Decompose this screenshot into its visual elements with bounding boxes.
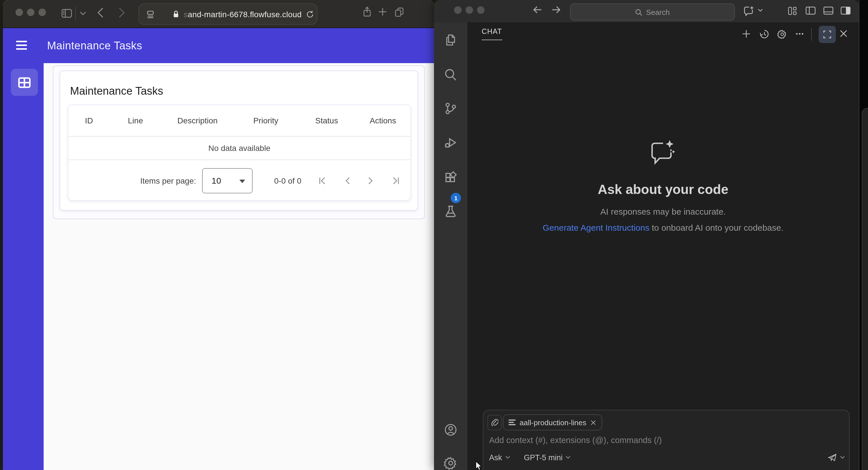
search-icon[interactable] bbox=[444, 68, 458, 82]
copilot-icon[interactable] bbox=[743, 5, 755, 17]
remove-context-icon[interactable] bbox=[590, 419, 597, 426]
close-window-button[interactable] bbox=[454, 6, 462, 14]
forward-button[interactable] bbox=[118, 7, 125, 19]
toolbar-divider bbox=[75, 7, 76, 21]
sidebar-item-table-page[interactable] bbox=[11, 69, 38, 96]
divider bbox=[811, 28, 812, 41]
chat-panel: CHAT bbox=[467, 22, 859, 470]
activity-bar: 1 bbox=[434, 22, 467, 470]
app-sidebar bbox=[3, 63, 43, 470]
column-header-line: Line bbox=[110, 105, 161, 136]
history-forward-icon[interactable] bbox=[551, 6, 561, 14]
extensions-icon[interactable] bbox=[444, 170, 458, 184]
chat-input-placeholder[interactable]: Add context (#), extensions (@), command… bbox=[489, 436, 662, 445]
new-tab-icon[interactable] bbox=[378, 7, 387, 16]
items-per-page-label: Items per page: bbox=[140, 176, 196, 185]
attach-context-button[interactable] bbox=[487, 415, 502, 430]
back-button[interactable] bbox=[97, 7, 104, 19]
page-group-card: Maintenance Tasks ID Line Description Pr… bbox=[53, 65, 425, 219]
run-debug-icon[interactable] bbox=[444, 136, 458, 150]
context-chip-label: aall-production-lines bbox=[520, 418, 586, 427]
mouse-cursor bbox=[475, 461, 484, 470]
toggle-secondary-sidebar-icon[interactable] bbox=[840, 6, 851, 15]
testing-icon[interactable] bbox=[444, 204, 458, 218]
chat-history-icon[interactable] bbox=[760, 29, 769, 39]
close-panel-icon[interactable] bbox=[839, 29, 848, 38]
command-center-search[interactable]: Search bbox=[570, 3, 735, 21]
column-header-priority: Priority bbox=[234, 105, 298, 136]
tasks-table-card: ID Line Description Priority Status Acti… bbox=[68, 104, 411, 201]
vscode-titlebar: Search bbox=[434, 0, 859, 22]
chat-input-container[interactable]: aall-production-lines Add context (#), e… bbox=[483, 410, 849, 470]
sidebar-toggle-icon[interactable] bbox=[61, 9, 72, 19]
chevron-down-icon[interactable] bbox=[505, 456, 510, 459]
table-grid-icon bbox=[18, 76, 31, 88]
zoom-window-button[interactable] bbox=[477, 6, 485, 14]
tab-overview-icon[interactable] bbox=[394, 7, 404, 17]
desktop: sand-martin-6678.flowfuse.cloud bbox=[0, 0, 868, 470]
chat-empty-title: Ask about your code bbox=[467, 182, 859, 197]
column-header-actions: Actions bbox=[355, 105, 410, 136]
lock-icon bbox=[172, 10, 180, 19]
maximize-panel-button[interactable] bbox=[818, 26, 836, 43]
source-control-icon[interactable] bbox=[444, 101, 458, 115]
customize-layout-icon[interactable] bbox=[787, 6, 797, 16]
column-header-status: Status bbox=[298, 105, 355, 136]
app-header-title: Maintenance Tasks bbox=[47, 28, 142, 63]
safari-window: sand-martin-6678.flowfuse.cloud bbox=[3, 0, 434, 470]
chat-empty-subtitle: AI responses may be inaccurate. bbox=[467, 207, 859, 216]
last-page-button[interactable] bbox=[391, 176, 400, 185]
page-settings-icon[interactable] bbox=[146, 9, 155, 19]
column-header-description: Description bbox=[161, 105, 234, 136]
chat-settings-gear-icon[interactable] bbox=[777, 29, 787, 39]
chevron-down-icon[interactable] bbox=[565, 456, 570, 459]
address-bar[interactable]: sand-martin-6678.flowfuse.cloud bbox=[138, 3, 317, 25]
chevron-down-icon[interactable] bbox=[758, 9, 763, 12]
tab-chat[interactable]: CHAT bbox=[482, 28, 502, 40]
hamburger-menu-icon[interactable] bbox=[16, 41, 27, 50]
search-icon bbox=[635, 8, 643, 16]
items-per-page-select[interactable]: 10 bbox=[202, 168, 252, 193]
toggle-panel-icon[interactable] bbox=[823, 6, 834, 15]
pagination-range: 0-0 of 0 bbox=[274, 176, 301, 185]
close-window-button[interactable] bbox=[16, 9, 23, 16]
model-picker[interactable]: GPT-5 mini bbox=[524, 453, 563, 462]
minimize-window-button[interactable] bbox=[466, 6, 473, 14]
safari-toolbar: sand-martin-6678.flowfuse.cloud bbox=[3, 0, 434, 28]
first-page-button[interactable] bbox=[318, 176, 327, 185]
send-options-chevron-icon bbox=[840, 456, 845, 459]
minimize-window-button[interactable] bbox=[27, 9, 34, 16]
send-button[interactable] bbox=[827, 453, 845, 462]
next-page-button[interactable] bbox=[367, 176, 374, 185]
account-icon[interactable] bbox=[444, 423, 458, 437]
app-header: Maintenance Tasks bbox=[3, 28, 434, 63]
more-actions-icon[interactable] bbox=[796, 33, 804, 35]
context-chip[interactable]: aall-production-lines bbox=[503, 414, 602, 430]
app-content: Maintenance Tasks ID Line Description Pr… bbox=[43, 63, 434, 470]
chat-empty-hint: Generate Agent Instructions to onboard A… bbox=[467, 223, 859, 232]
generate-agent-instructions-link[interactable]: Generate Agent Instructions bbox=[543, 223, 650, 232]
card-title: Maintenance Tasks bbox=[70, 85, 163, 98]
file-lines-icon bbox=[508, 420, 516, 425]
new-chat-icon[interactable] bbox=[742, 29, 751, 38]
background-window-corner bbox=[862, 108, 868, 470]
explorer-icon[interactable] bbox=[444, 33, 458, 47]
empty-table-message: No data available bbox=[68, 136, 410, 160]
chevron-down-icon[interactable] bbox=[80, 11, 86, 15]
vscode-window: Search bbox=[434, 0, 859, 470]
url-text: sand-martin-6678.flowfuse.cloud bbox=[184, 9, 302, 19]
table-pagination: Items per page: 10 0-0 of 0 bbox=[68, 160, 410, 201]
toggle-primary-sidebar-icon[interactable] bbox=[805, 6, 816, 15]
extensions-badge: 1 bbox=[451, 193, 461, 203]
history-back-icon[interactable] bbox=[533, 6, 542, 14]
window-edge bbox=[859, 0, 859, 470]
reload-icon[interactable] bbox=[306, 10, 314, 18]
settings-gear-icon[interactable] bbox=[444, 456, 458, 470]
previous-page-button[interactable] bbox=[344, 176, 351, 185]
mode-picker[interactable]: Ask bbox=[489, 453, 502, 462]
maintenance-tasks-card: Maintenance Tasks ID Line Description Pr… bbox=[60, 71, 418, 211]
zoom-window-button[interactable] bbox=[38, 9, 46, 16]
tasks-table: ID Line Description Priority Status Acti… bbox=[68, 105, 410, 136]
copilot-chat-sparkle-icon bbox=[648, 137, 678, 167]
share-icon[interactable] bbox=[363, 6, 371, 17]
